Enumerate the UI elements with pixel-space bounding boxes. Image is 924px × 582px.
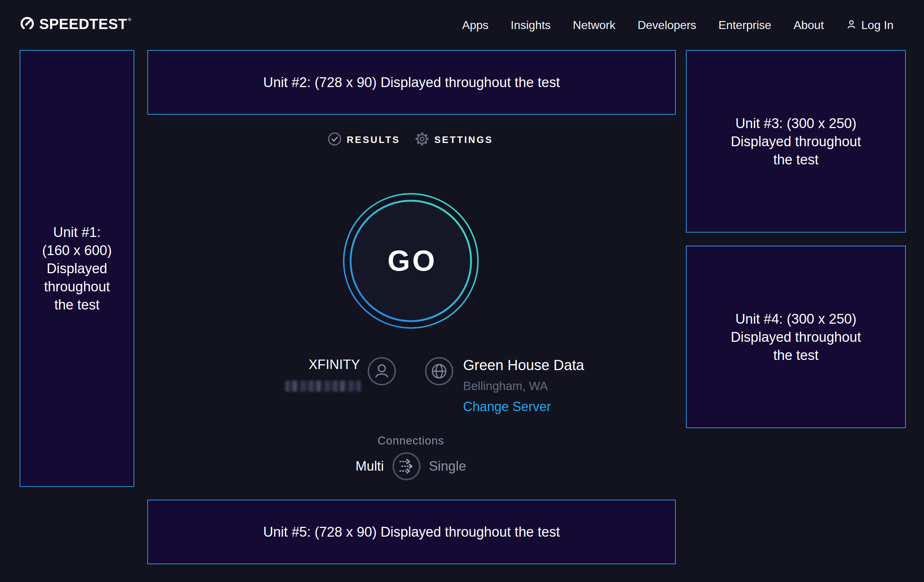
server-name: Green House Data [463, 357, 584, 373]
tab-settings[interactable]: SETTINGS [415, 132, 493, 148]
go-button[interactable]: GO [338, 188, 483, 333]
tab-results[interactable]: RESULTS [328, 132, 400, 147]
nav-links: Apps Insights Network Developers Enterpr… [462, 0, 894, 50]
server-info: Green House Data Bellingham, WA Change S… [463, 357, 584, 414]
nav-item-developers[interactable]: Developers [638, 18, 696, 32]
connections-option-single[interactable]: Single [429, 458, 466, 474]
ad-unit-4[interactable]: Unit #4: (300 x 250) Displayed throughou… [686, 246, 906, 428]
ad-unit-1[interactable]: Unit #1: (160 x 600) Displayed throughou… [20, 50, 134, 487]
server-location: Bellingham, WA [463, 379, 584, 393]
ad-text: the test [773, 346, 819, 364]
nav-item-about[interactable]: About [794, 18, 824, 32]
nav-item-enterprise[interactable]: Enterprise [719, 18, 772, 32]
connections-toggle-row: Multi Single [302, 452, 520, 481]
tab-results-label: RESULTS [346, 134, 400, 145]
user-circle-icon[interactable] [367, 357, 396, 386]
speedtest-gauge-icon [20, 16, 35, 32]
nav-item-insights[interactable]: Insights [511, 18, 551, 32]
globe-icon[interactable] [425, 357, 454, 386]
isp-name: XFINITY [232, 357, 360, 372]
ad-unit-3[interactable]: Unit #3: (300 x 250) Displayed throughou… [686, 50, 906, 232]
change-server-link[interactable]: Change Server [463, 399, 584, 414]
ad-unit-2[interactable]: Unit #2: (728 x 90) Displayed throughout… [147, 50, 676, 115]
ad-text: throughout [44, 278, 110, 296]
ad-text: (160 x 600) [42, 241, 112, 259]
ad-text: the test [54, 296, 100, 314]
ad-text: Unit #1: [53, 223, 101, 241]
ad-text: Displayed [47, 259, 107, 278]
ad-text: the test [773, 150, 819, 169]
gear-icon [415, 132, 429, 148]
ad-text: Unit #4: (300 x 250) [735, 310, 856, 328]
speedtest-page: SPEEDTEST® Apps Insights Network Develop… [0, 0, 924, 582]
ad-text: Unit #2: (728 x 90) Displayed throughout… [263, 73, 559, 91]
ad-text: Displayed throughout [731, 132, 861, 150]
user-icon [846, 19, 857, 31]
trademark-mark: ® [128, 17, 131, 22]
login-label: Log In [861, 18, 894, 32]
ad-text: Unit #5: (728 x 90) Displayed throughout… [263, 523, 559, 541]
nav-item-apps[interactable]: Apps [462, 18, 488, 32]
connections-title: Connections [338, 434, 483, 447]
logo-text: SPEEDTEST® [39, 16, 131, 32]
check-circle-icon [328, 132, 342, 147]
go-button-label: GO [338, 188, 483, 333]
ad-text: Displayed throughout [731, 328, 861, 346]
ad-unit-5[interactable]: Unit #5: (728 x 90) Displayed throughout… [147, 500, 676, 564]
tab-settings-label: SETTINGS [434, 134, 493, 145]
multi-connection-icon[interactable] [392, 452, 421, 481]
isp-ip-redacted [285, 381, 361, 391]
login-button[interactable]: Log In [846, 18, 894, 32]
nav-item-network[interactable]: Network [573, 18, 615, 32]
tabs-bar: RESULTS SETTINGS [135, 129, 686, 150]
connections-option-multi[interactable]: Multi [356, 458, 384, 474]
navbar: SPEEDTEST® Apps Insights Network Develop… [0, 0, 924, 50]
ad-text: Unit #3: (300 x 250) [735, 114, 856, 132]
speedtest-logo[interactable]: SPEEDTEST® [20, 16, 131, 32]
